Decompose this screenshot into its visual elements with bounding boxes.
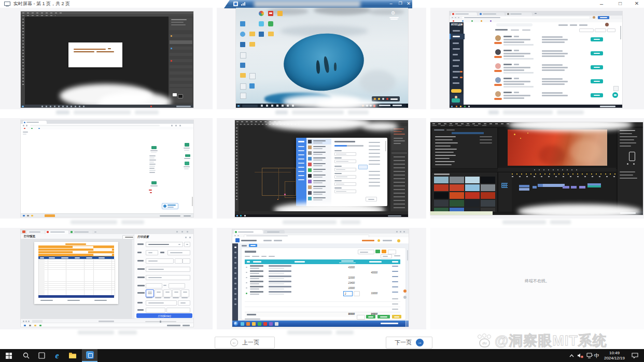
thumbnail-caption — [21, 110, 193, 114]
print-button[interactable]: 打印(Enter) — [136, 313, 192, 318]
print-settings-panel: 打印设置 — [134, 234, 193, 318]
clip — [519, 185, 529, 187]
thumb-iceberg-desktop[interactable]: ⚙ — [236, 8, 408, 108]
thumbnail-caption — [236, 110, 408, 114]
flow-node — [151, 146, 157, 149]
focused-input[interactable]: 2 — [343, 291, 353, 296]
dialog-list — [306, 138, 331, 206]
blue-action-button[interactable] — [249, 244, 257, 247]
viewer-titlebar: – ❐ ✕ — [224, 0, 412, 8]
prev-page-button[interactable]: ← 上一页 — [215, 337, 275, 349]
internet-explorer-icon[interactable]: e — [50, 349, 64, 362]
total-cell: 90000 — [334, 313, 355, 316]
viewer-minimize-button[interactable]: – — [388, 2, 394, 6]
app-minimize-button[interactable]: – — [596, 1, 607, 7]
viewer-close-button[interactable]: ✕ — [405, 2, 412, 6]
thumbnail-caption — [232, 330, 409, 335]
thumbnail-caption — [21, 220, 193, 224]
green-button[interactable] — [366, 315, 375, 318]
greet-button[interactable] — [591, 51, 603, 55]
start-button[interactable] — [0, 349, 18, 362]
ps-document — [68, 42, 122, 67]
print-button-label: 打印(Enter) — [158, 314, 171, 317]
thumb-wps-print-preview[interactable]: 打印预览 — [21, 229, 193, 327]
boss-logo: BOSS直聘 — [451, 24, 463, 26]
thumb-photoshop-desktop[interactable] — [21, 11, 193, 108]
promo-pill — [451, 89, 461, 93]
next-page-button[interactable]: 下一页 → — [386, 337, 432, 349]
print-preview-title: 打印预览 — [24, 235, 35, 238]
amount-cell: 23400 — [334, 282, 355, 285]
app-maximize-button[interactable]: □ — [615, 1, 625, 6]
prev-arrow-icon: ← — [230, 339, 238, 346]
thumb-invoice-app[interactable]: 43000 40000 32000 23400 10000 33000 2 90… — [232, 229, 409, 327]
greet-button[interactable] — [591, 79, 603, 83]
windows-taskbar: e — [0, 349, 644, 362]
scrollbar[interactable] — [407, 250, 408, 260]
phone-icon — [629, 152, 635, 161]
thumb-boss-zhipin[interactable]: BOSS直聘 — [450, 11, 622, 108]
preview-panel — [498, 127, 617, 169]
clock[interactable]: 10:49 2024/12/19 — [600, 349, 628, 362]
thumbnail-caption — [450, 110, 622, 114]
flow-node — [185, 143, 189, 147]
active-app-monitor-icon[interactable] — [82, 349, 97, 362]
amount-cell: 10000 — [334, 287, 355, 290]
thumbnail-caption — [235, 220, 408, 224]
cancel-button[interactable] — [357, 315, 365, 320]
scrollbar[interactable] — [192, 197, 193, 206]
yellow-button[interactable] — [392, 315, 401, 318]
clip — [579, 186, 585, 189]
dialog-sidebar — [296, 138, 306, 206]
app-close-button[interactable]: ✕ — [632, 1, 642, 6]
remote-taskbar — [21, 213, 193, 217]
flow-node — [185, 162, 189, 165]
effects-panel — [617, 127, 643, 211]
speaker-muted-icon[interactable] — [576, 349, 585, 362]
remote-taskbar — [235, 214, 408, 217]
watermark: du @洞察眼MIT系统 — [477, 333, 644, 349]
green-button[interactable] — [377, 315, 390, 318]
greet-button[interactable] — [591, 37, 603, 41]
preview-area — [21, 239, 132, 318]
file-explorer-icon[interactable] — [65, 349, 80, 362]
amount-cell: 32000 — [334, 277, 355, 280]
remote-taskbar — [21, 323, 193, 327]
greet-button[interactable] — [591, 93, 603, 97]
offline-message: 终端不在线。 — [525, 279, 550, 283]
censored-title — [254, 1, 360, 7]
content-card: 43000 40000 32000 23400 10000 33000 2 90… — [242, 248, 405, 320]
settings-dialog — [296, 138, 387, 206]
preview-page — [34, 242, 118, 304]
taskbar-time: 10:49 — [604, 351, 625, 356]
taskbar-date: 2024/12/19 — [604, 356, 625, 361]
clip — [533, 186, 537, 189]
task-view-icon[interactable] — [34, 349, 49, 362]
viewer-app-icon — [233, 2, 238, 6]
whale — [323, 56, 330, 73]
thumb-cad-dialog[interactable] — [235, 120, 408, 217]
watermark-paw-icon: du — [477, 334, 492, 347]
clip — [571, 186, 577, 189]
dialog-scrollbar — [385, 141, 386, 151]
viewer-restore-button[interactable]: ❐ — [397, 2, 403, 6]
clip — [519, 188, 529, 191]
remote-taskbar — [232, 321, 409, 327]
thumb-diagram-page[interactable] — [21, 120, 193, 217]
search-icon[interactable] — [19, 349, 33, 362]
gear-icon: ⚙ — [391, 11, 395, 16]
thumb-video-editor[interactable] — [430, 122, 643, 215]
scrollbar[interactable] — [620, 26, 621, 39]
preview-image — [508, 129, 607, 166]
greet-button[interactable] — [591, 65, 603, 69]
prev-page-label: 上一页 — [242, 339, 259, 346]
boss-sidebar: BOSS直聘 — [450, 22, 464, 105]
chat-float-button[interactable] — [612, 92, 618, 98]
map-widget — [162, 203, 178, 209]
amount-cell: 33000 — [357, 293, 377, 295]
tray-chevron-icon[interactable] — [567, 349, 576, 362]
media-panel — [431, 172, 498, 212]
action-center-icon[interactable] — [628, 349, 641, 362]
iceberg-hole — [281, 30, 367, 95]
watermark-text: @洞察眼MIT系统 — [495, 331, 607, 350]
